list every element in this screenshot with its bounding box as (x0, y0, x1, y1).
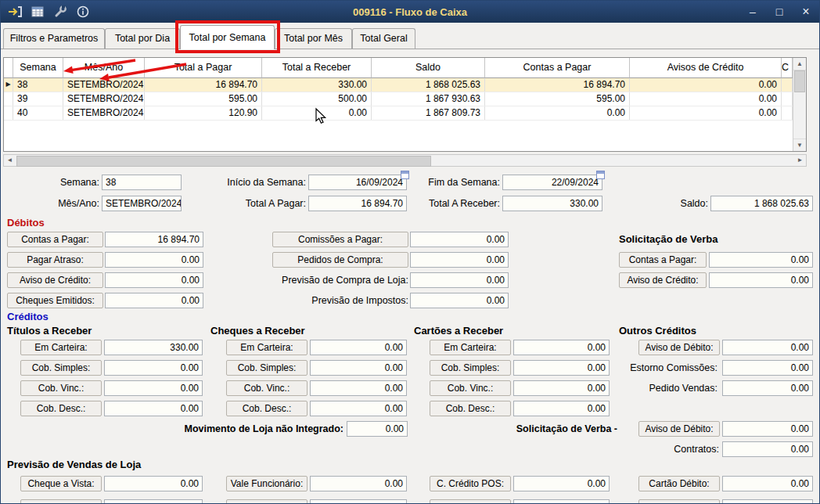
g3-cob-desc-field[interactable]: 0.00 (513, 401, 610, 416)
g2-em-carteira-field[interactable]: 0.00 (310, 340, 407, 355)
vertical-scrollbar[interactable]: ▲ ▼ (793, 58, 806, 151)
horizontal-scroll-thumb[interactable] (16, 156, 431, 167)
grid-row-40[interactable]: 40 SETEMBRO/2024 120.90 0.00 1 867 809.7… (4, 106, 806, 121)
c-credito-pos-label: C. Crédito POS: (430, 476, 511, 491)
titlebar-icons (1, 5, 91, 19)
tab-total-por-mes[interactable]: Total por Mês (275, 28, 352, 49)
g3-cob-simples-label: Cob. Simples: (430, 360, 511, 376)
col-header-mes-ano[interactable]: Mês/Ano (63, 58, 145, 78)
debitos-section-title: Débitos (7, 217, 45, 229)
cutoff-field[interactable] (513, 499, 610, 504)
g4-pedido-vendas-label: Pedido Vendas: (603, 380, 718, 396)
cutoff-field[interactable] (722, 499, 813, 504)
fim-semana-field[interactable]: 22/09/2024 (502, 175, 602, 190)
previsao-compra-loja-field[interactable]: 0.00 (410, 272, 509, 288)
cutoff-field[interactable] (310, 499, 407, 504)
g2-cob-desc-label: Cob. Desc.: (226, 401, 308, 416)
semana-field[interactable]: 38 (102, 175, 182, 190)
g3-cob-simples-field[interactable]: 0.00 (513, 360, 610, 376)
fim-semana-label: Fim da Semana: (411, 175, 500, 190)
vale-funcionario-field[interactable]: 0.00 (310, 476, 407, 491)
col-header-contas-a-pagar[interactable]: Contas a Pagar (485, 58, 630, 78)
scroll-down-icon[interactable]: ▼ (793, 139, 806, 151)
g1-cob-desc-field[interactable]: 0.00 (104, 401, 203, 416)
cartoes-a-receber-title: Cartões a Receber (414, 325, 503, 337)
cutoff-label (226, 499, 308, 504)
g4-pedido-vendas-field[interactable]: 0.00 (722, 380, 813, 396)
col-header-total-a-pagar[interactable]: Total a Pagar (145, 58, 262, 78)
exit-icon[interactable] (7, 5, 23, 19)
g1-cob-simples-field[interactable]: 0.00 (104, 360, 203, 376)
g2-cob-desc-field[interactable]: 0.00 (310, 401, 407, 416)
g1-em-carteira-field[interactable]: 330.00 (104, 340, 203, 355)
scroll-right-icon[interactable]: ► (794, 155, 806, 166)
g3-cob-desc-label: Cob. Desc.: (430, 401, 511, 416)
cell-partial (782, 78, 793, 92)
tab-bar: Filtros e Parametros Total por Dia Total… (1, 23, 819, 49)
scroll-up-icon[interactable]: ▲ (793, 58, 806, 70)
minimize-button[interactable]: – (746, 1, 760, 23)
saldo-label: Saldo: (649, 196, 708, 211)
cheque-a-vista-field[interactable]: 0.00 (104, 476, 203, 491)
table-grid-icon[interactable] (30, 5, 45, 19)
total-a-pagar-field[interactable]: 16 894.70 (308, 196, 407, 211)
g3-em-carteira-field[interactable]: 0.00 (513, 340, 610, 355)
col-header-partial[interactable]: C (782, 58, 793, 78)
cell-total-a-receber: 330.00 (262, 78, 372, 92)
horizontal-scrollbar[interactable]: ◄ ► (3, 154, 807, 167)
previsao-compra-loja-label: Previsão de Compra de Loja: (220, 272, 408, 288)
maximize-button[interactable]: □ (772, 1, 786, 23)
grid-row-39[interactable]: 39 SETEMBRO/2024 595.00 500.00 1 867 930… (4, 92, 806, 106)
aviso-de-credito-field[interactable]: 0.00 (105, 272, 203, 288)
previsao-impostos-field[interactable]: 0.00 (410, 293, 509, 308)
calendar-icon[interactable] (596, 171, 605, 179)
cell-contas-a-pagar: 0.00 (485, 106, 630, 120)
semana-label: Semana: (32, 175, 99, 190)
contratos-field[interactable]: 0.00 (722, 441, 813, 457)
cartao-debito-field[interactable]: 0.00 (722, 476, 813, 491)
movimento-loja-field[interactable]: 0.00 (347, 421, 408, 437)
tab-total-por-semana[interactable]: Total por Semana (180, 25, 275, 49)
g4-aviso-debito-field[interactable]: 0.00 (722, 340, 813, 355)
info-icon[interactable] (75, 5, 91, 19)
verba-contas-a-pagar-field[interactable]: 0.00 (709, 252, 813, 268)
weeks-grid: Semana Mês/Ano Total a Pagar Total a Rec… (3, 57, 807, 152)
tab-total-por-dia[interactable]: Total por Dia (105, 28, 180, 49)
cell-saldo: 1 868 025.63 (372, 78, 485, 92)
pedidos-de-compra-field[interactable]: 0.00 (410, 252, 509, 268)
verba-aviso-credito-field[interactable]: 0.00 (709, 272, 813, 288)
scroll-left-icon[interactable]: ◄ (4, 155, 16, 166)
saldo-field[interactable]: 1 868 025.63 (710, 196, 813, 211)
g3-cob-vinc-field[interactable]: 0.00 (513, 380, 610, 396)
pagar-atraso-field[interactable]: 0.00 (105, 252, 203, 268)
g2-cob-vinc-field[interactable]: 0.00 (310, 380, 407, 396)
previsao-vendas-title: Previsão de Vendas de Loja (7, 459, 141, 470)
calendar-icon[interactable] (401, 171, 409, 179)
comissoes-a-pagar-field[interactable]: 0.00 (410, 232, 509, 247)
outros-creditos-title: Outros Créditos (619, 325, 696, 337)
vertical-scroll-thumb[interactable] (794, 70, 805, 92)
grid-row-38[interactable]: ▶ 38 SETEMBRO/2024 16 894.70 330.00 1 86… (4, 78, 806, 92)
c-credito-pos-field[interactable]: 0.00 (513, 476, 610, 491)
tab-total-geral[interactable]: Total Geral (352, 28, 415, 49)
col-header-saldo[interactable]: Saldo (372, 58, 485, 78)
cutoff-field[interactable] (104, 499, 203, 504)
cheques-emitidos-field[interactable]: 0.00 (105, 293, 203, 308)
contas-a-pagar-field[interactable]: 16 894.70 (105, 232, 203, 247)
wrench-icon[interactable] (52, 5, 68, 19)
g4-estorno-comissoes-field[interactable]: 0.00 (722, 360, 813, 376)
g2-cob-simples-field[interactable]: 0.00 (310, 360, 407, 376)
g1-cob-vinc-field[interactable]: 0.00 (104, 380, 203, 396)
total-a-receber-field[interactable]: 330.00 (502, 196, 602, 211)
cell-total-a-pagar: 595.00 (145, 92, 262, 106)
tab-filtros-parametros[interactable]: Filtros e Parametros (3, 28, 105, 49)
mes-ano-field[interactable]: SETEMBRO/2024 (102, 196, 182, 211)
cell-semana: 40 (13, 106, 63, 120)
verba2-aviso-debito-field[interactable]: 0.00 (722, 421, 813, 437)
col-header-total-a-receber[interactable]: Total a Receber (262, 58, 372, 78)
col-header-avisos-de-credito[interactable]: Avisos de Crédito (630, 58, 782, 78)
inicio-semana-field[interactable]: 16/09/2024 (308, 175, 407, 190)
close-button[interactable]: × (799, 1, 813, 23)
verba-contas-a-pagar-label: Contas a Pagar: (619, 252, 707, 268)
col-header-semana[interactable]: Semana (13, 58, 63, 78)
